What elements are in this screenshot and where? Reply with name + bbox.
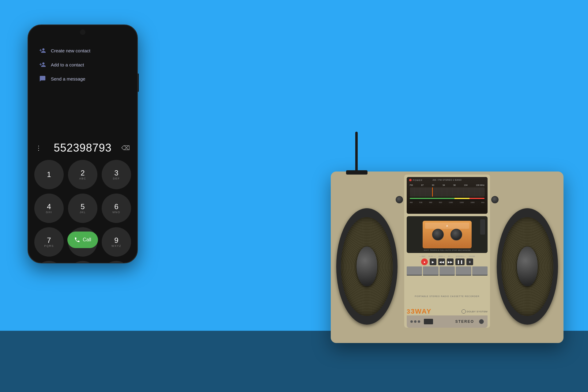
dial-3[interactable]: 3 DEF [102,160,131,189]
speaker-right-cone [517,247,538,286]
message-icon [39,75,46,82]
am-660: 660 [429,202,432,203]
dial-4[interactable]: 4 GHI [34,194,64,223]
am-label: AM [410,202,413,203]
tuner-bar [410,187,484,197]
center-panel: POWER AM / FM STEREO 2 BAND FM 87 90 94 … [404,175,490,328]
play-label: PLAY — [427,255,436,257]
dial-2[interactable]: 2 ABC [68,160,97,189]
right-panel-knob[interactable] [491,196,499,203]
transport-labels: — REC PLAY — REW — FF — STOP/EJ — PAUSE [407,255,488,257]
stereo-label: STEREO [455,319,474,324]
top-grills [478,196,484,203]
cassette-section: A SOFT TOUCH & FULL AUTO STOP MECHANISM [407,216,488,253]
create-contact-item[interactable]: Create new contact [34,43,131,58]
speaker-right [497,208,558,325]
backspace-icon[interactable]: ⌫ [121,144,130,152]
options-icon[interactable]: ⋮ [36,144,42,152]
power-label: POWER [413,179,422,181]
add-to-contact-label: Add to a contact [51,62,84,67]
description-label: PORTABLE STEREO RADIO CASSETTE RECORDER [415,295,479,297]
indicator-dots [410,320,420,323]
dial-5[interactable]: 5 JKL [68,194,97,223]
phone-number-display: 552398793 [54,141,111,154]
rew-icon: ◀◀ [439,260,444,264]
speaker-right-inner [501,217,553,316]
dial-star[interactable]: * [34,261,64,263]
call-label: Call [83,237,91,243]
stop-button[interactable]: ▌▐ [455,258,465,265]
speaker-left-inner [341,217,393,316]
power-indicator: POWER [409,179,422,181]
brand-container: 3 3WAY [407,307,432,315]
ind-dot-2 [414,320,417,323]
left-panel-knob[interactable] [396,196,403,203]
rec-icon: ● [424,260,425,264]
radio-section: POWER AM / FM STEREO 2 BAND FM 87 90 94 … [407,177,488,214]
call-button[interactable]: Call [67,232,98,248]
create-contact-label: Create new contact [51,48,90,53]
power-button[interactable] [479,319,484,324]
pause-button[interactable]: ⏸ [466,258,473,265]
add-to-contact-item[interactable]: Add to a contact [34,58,131,72]
transport-section: — REC PLAY — REW — FF — STOP/EJ — PAUSE … [407,255,488,265]
boombox-body: POWER AM / FM STEREO 2 BAND FM 87 90 94 … [331,172,564,343]
fm-label: FM [410,184,413,186]
band-key-3[interactable] [439,266,455,276]
dolby-badge: DOLBY SYSTEM [462,309,488,314]
boombox: POWER AM / FM STEREO 2 BAND FM 87 90 94 … [331,172,564,343]
dolby-icon [462,309,466,314]
ff-label: FF — [447,255,454,257]
cassette-reel-right [450,229,462,240]
dial-9[interactable]: 9 WXYZ [102,227,131,257]
ff-button[interactable]: ▶▶ [447,258,454,265]
dial-1[interactable]: 1 [34,160,64,189]
cassette-reel-left [432,229,444,240]
call-button-container: Call [67,232,98,248]
speaker-left [336,208,398,325]
band-key-2[interactable] [423,266,438,276]
play-button[interactable]: ▶ [430,258,436,265]
dial-6[interactable]: 6 MNO [102,194,131,223]
am-1100: 1100 [449,202,453,203]
bottom-strip: STEREO [407,315,488,328]
speaker-left-cone [356,247,377,286]
dial-7[interactable]: 7 PQRS [34,227,64,257]
fm-90: 90 [432,184,434,186]
dial-0[interactable]: 0 + [68,261,97,263]
phone-body: Create new contact Add to a contact Send… [28,24,138,263]
stop-icon: ▌▐ [458,260,462,264]
rec-button[interactable]: ● [421,258,428,265]
dial-hash[interactable]: # [102,261,131,263]
ind-dot-1 [410,320,413,323]
speaker-left-outer [336,208,398,325]
play-icon: ▶ [432,260,434,264]
dolby-label: DOLBY SYSTEM [467,310,488,313]
ind-dot-3 [418,320,420,323]
ff-icon: ▶▶ [448,260,453,264]
band-key-5[interactable] [472,266,488,276]
band-key-1[interactable] [407,266,422,276]
eject-switch[interactable] [480,219,485,235]
rew-button[interactable]: ◀◀ [438,258,445,265]
fm-94: 94 [443,184,445,186]
radio-display: POWER AM / FM STEREO 2 BAND FM 87 90 94 … [407,177,488,214]
band-label: AM / FM STEREO 2 BAND [433,179,462,181]
fm-scale: FM 87 90 94 98 104 108 MHz [410,183,484,187]
cassette-label: A [425,223,469,229]
phone-screen: Create new contact Add to a contact Send… [28,25,137,263]
am-1600: 1600 [470,202,474,203]
power-led [409,179,412,181]
band-selector [407,266,488,276]
band-key-4[interactable] [456,266,471,276]
phone-menu: Create new contact Add to a contact Send… [34,43,131,86]
rew-label: REW — [437,255,447,257]
send-message-item[interactable]: Send a message [34,72,131,86]
fm-104: 104 [464,184,468,186]
speaker-right-outer [497,208,558,325]
am-530: 530 [419,202,422,203]
level-green [410,198,454,199]
phone-device: Create new contact Add to a contact Send… [28,24,138,263]
fm-98: 98 [453,184,456,186]
phone-number-area: ⋮ 552398793 ⌫ [28,141,137,154]
